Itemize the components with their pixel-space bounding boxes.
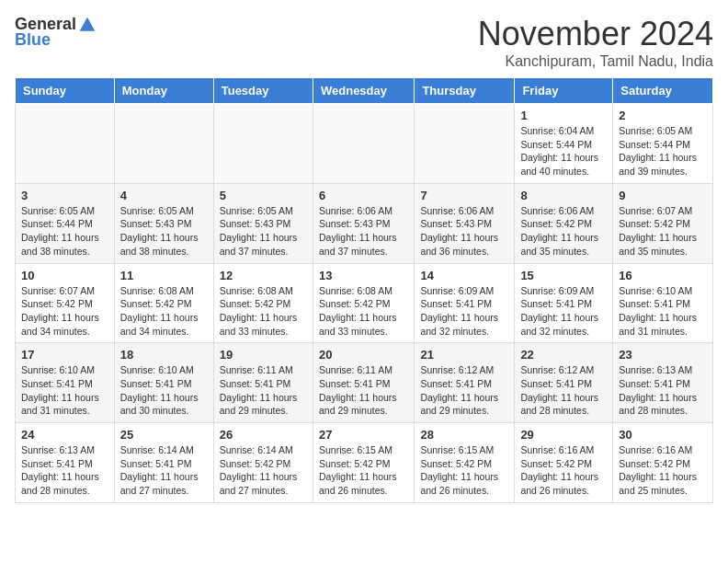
weekday-header-tuesday: Tuesday xyxy=(213,78,313,104)
day-info: Sunrise: 6:15 AMSunset: 5:42 PMDaylight:… xyxy=(420,443,508,498)
calendar-day-cell: 17Sunrise: 6:10 AMSunset: 5:41 PMDayligh… xyxy=(16,343,115,423)
day-number: 2 xyxy=(619,109,707,122)
day-info: Sunrise: 6:05 AMSunset: 5:44 PMDaylight:… xyxy=(21,204,108,259)
day-number: 25 xyxy=(120,428,208,442)
calendar-day-cell: 16Sunrise: 6:10 AMSunset: 5:41 PMDayligh… xyxy=(613,263,713,343)
month-title: November 2024 xyxy=(478,15,713,53)
calendar-table: SundayMondayTuesdayWednesdayThursdayFrid… xyxy=(15,77,713,503)
calendar-day-cell: 18Sunrise: 6:10 AMSunset: 5:41 PMDayligh… xyxy=(114,343,213,423)
calendar-day-cell: 26Sunrise: 6:14 AMSunset: 5:42 PMDayligh… xyxy=(213,423,313,503)
calendar-day-cell: 10Sunrise: 6:07 AMSunset: 5:42 PMDayligh… xyxy=(16,263,115,343)
page-header: General Blue November 2024 Kanchipuram, … xyxy=(15,15,713,70)
calendar-day-cell xyxy=(415,104,515,184)
day-info: Sunrise: 6:13 AMSunset: 5:41 PMDaylight:… xyxy=(21,443,108,498)
calendar-day-cell xyxy=(114,104,213,184)
calendar-day-cell: 14Sunrise: 6:09 AMSunset: 5:41 PMDayligh… xyxy=(415,263,515,343)
day-info: Sunrise: 6:14 AMSunset: 5:41 PMDaylight:… xyxy=(120,443,208,498)
title-section: November 2024 Kanchipuram, Tamil Nadu, I… xyxy=(478,15,713,70)
weekday-header-thursday: Thursday xyxy=(415,78,515,104)
calendar-week-row: 24Sunrise: 6:13 AMSunset: 5:41 PMDayligh… xyxy=(16,423,713,503)
day-info: Sunrise: 6:10 AMSunset: 5:41 PMDaylight:… xyxy=(120,363,208,418)
day-number: 8 xyxy=(520,189,607,202)
calendar-day-cell: 28Sunrise: 6:15 AMSunset: 5:42 PMDayligh… xyxy=(415,423,515,503)
calendar-day-cell: 4Sunrise: 6:05 AMSunset: 5:43 PMDaylight… xyxy=(114,183,213,263)
day-number: 6 xyxy=(319,189,408,202)
day-number: 29 xyxy=(520,428,607,442)
day-number: 24 xyxy=(21,428,108,442)
calendar-week-row: 17Sunrise: 6:10 AMSunset: 5:41 PMDayligh… xyxy=(16,343,713,423)
calendar-day-cell: 8Sunrise: 6:06 AMSunset: 5:42 PMDaylight… xyxy=(515,183,613,263)
calendar-day-cell: 27Sunrise: 6:15 AMSunset: 5:42 PMDayligh… xyxy=(313,423,414,503)
day-info: Sunrise: 6:05 AMSunset: 5:44 PMDaylight:… xyxy=(619,124,707,178)
day-info: Sunrise: 6:10 AMSunset: 5:41 PMDaylight:… xyxy=(21,363,108,418)
day-info: Sunrise: 6:14 AMSunset: 5:42 PMDaylight:… xyxy=(220,443,307,498)
day-number: 26 xyxy=(220,428,307,442)
day-number: 4 xyxy=(120,189,208,202)
calendar-day-cell: 1Sunrise: 6:04 AMSunset: 5:44 PMDaylight… xyxy=(515,104,613,184)
calendar-week-row: 1Sunrise: 6:04 AMSunset: 5:44 PMDaylight… xyxy=(16,104,713,184)
day-number: 5 xyxy=(220,189,307,202)
day-info: Sunrise: 6:12 AMSunset: 5:41 PMDaylight:… xyxy=(520,363,607,418)
day-number: 27 xyxy=(319,428,408,442)
calendar-day-cell: 21Sunrise: 6:12 AMSunset: 5:41 PMDayligh… xyxy=(415,343,515,423)
calendar-day-cell: 13Sunrise: 6:08 AMSunset: 5:42 PMDayligh… xyxy=(313,263,414,343)
weekday-header-monday: Monday xyxy=(114,78,213,104)
calendar-day-cell xyxy=(16,104,115,184)
day-info: Sunrise: 6:07 AMSunset: 5:42 PMDaylight:… xyxy=(619,204,707,259)
day-number: 17 xyxy=(21,348,108,362)
day-number: 30 xyxy=(619,428,707,442)
weekday-header-sunday: Sunday xyxy=(16,78,115,104)
day-info: Sunrise: 6:11 AMSunset: 5:41 PMDaylight:… xyxy=(319,363,408,418)
day-info: Sunrise: 6:06 AMSunset: 5:42 PMDaylight:… xyxy=(520,204,607,259)
day-info: Sunrise: 6:04 AMSunset: 5:44 PMDaylight:… xyxy=(520,124,607,178)
calendar-day-cell: 11Sunrise: 6:08 AMSunset: 5:42 PMDayligh… xyxy=(114,263,213,343)
day-info: Sunrise: 6:05 AMSunset: 5:43 PMDaylight:… xyxy=(220,204,307,259)
calendar-day-cell: 22Sunrise: 6:12 AMSunset: 5:41 PMDayligh… xyxy=(515,343,613,423)
day-info: Sunrise: 6:11 AMSunset: 5:41 PMDaylight:… xyxy=(220,363,307,418)
day-info: Sunrise: 6:09 AMSunset: 5:41 PMDaylight:… xyxy=(520,284,607,339)
location-text: Kanchipuram, Tamil Nadu, India xyxy=(478,53,713,70)
day-number: 28 xyxy=(420,428,508,442)
day-number: 23 xyxy=(619,348,707,362)
day-info: Sunrise: 6:12 AMSunset: 5:41 PMDaylight:… xyxy=(420,363,508,418)
day-info: Sunrise: 6:08 AMSunset: 5:42 PMDaylight:… xyxy=(120,284,208,339)
weekday-header-saturday: Saturday xyxy=(613,78,713,104)
weekday-header-friday: Friday xyxy=(515,78,613,104)
calendar-day-cell: 15Sunrise: 6:09 AMSunset: 5:41 PMDayligh… xyxy=(515,263,613,343)
calendar-header-row: SundayMondayTuesdayWednesdayThursdayFrid… xyxy=(16,78,713,104)
calendar-day-cell xyxy=(213,104,313,184)
day-info: Sunrise: 6:13 AMSunset: 5:41 PMDaylight:… xyxy=(619,363,707,418)
day-number: 3 xyxy=(21,189,108,202)
weekday-header-wednesday: Wednesday xyxy=(313,78,414,104)
calendar-day-cell: 2Sunrise: 6:05 AMSunset: 5:44 PMDaylight… xyxy=(613,104,713,184)
day-info: Sunrise: 6:05 AMSunset: 5:43 PMDaylight:… xyxy=(120,204,208,259)
calendar-day-cell: 20Sunrise: 6:11 AMSunset: 5:41 PMDayligh… xyxy=(313,343,414,423)
calendar-day-cell: 19Sunrise: 6:11 AMSunset: 5:41 PMDayligh… xyxy=(213,343,313,423)
day-info: Sunrise: 6:06 AMSunset: 5:43 PMDaylight:… xyxy=(420,204,508,259)
logo-blue-text: Blue xyxy=(15,30,51,50)
calendar-day-cell: 23Sunrise: 6:13 AMSunset: 5:41 PMDayligh… xyxy=(613,343,713,423)
calendar-day-cell: 12Sunrise: 6:08 AMSunset: 5:42 PMDayligh… xyxy=(213,263,313,343)
calendar-day-cell xyxy=(313,104,414,184)
svg-marker-0 xyxy=(80,17,96,30)
day-info: Sunrise: 6:16 AMSunset: 5:42 PMDaylight:… xyxy=(619,443,707,498)
day-number: 22 xyxy=(520,348,607,362)
day-number: 20 xyxy=(319,348,408,362)
day-info: Sunrise: 6:10 AMSunset: 5:41 PMDaylight:… xyxy=(619,284,707,339)
logo-icon xyxy=(78,16,97,34)
day-number: 9 xyxy=(619,189,707,202)
day-number: 16 xyxy=(619,269,707,282)
calendar-day-cell: 9Sunrise: 6:07 AMSunset: 5:42 PMDaylight… xyxy=(613,183,713,263)
day-number: 11 xyxy=(120,269,208,282)
day-info: Sunrise: 6:16 AMSunset: 5:42 PMDaylight:… xyxy=(520,443,607,498)
calendar-day-cell: 29Sunrise: 6:16 AMSunset: 5:42 PMDayligh… xyxy=(515,423,613,503)
day-number: 10 xyxy=(21,269,108,282)
day-info: Sunrise: 6:08 AMSunset: 5:42 PMDaylight:… xyxy=(220,284,307,339)
day-number: 19 xyxy=(220,348,307,362)
day-number: 18 xyxy=(120,348,208,362)
calendar-day-cell: 25Sunrise: 6:14 AMSunset: 5:41 PMDayligh… xyxy=(114,423,213,503)
calendar-day-cell: 30Sunrise: 6:16 AMSunset: 5:42 PMDayligh… xyxy=(613,423,713,503)
day-number: 21 xyxy=(420,348,508,362)
calendar-week-row: 3Sunrise: 6:05 AMSunset: 5:44 PMDaylight… xyxy=(16,183,713,263)
day-info: Sunrise: 6:08 AMSunset: 5:42 PMDaylight:… xyxy=(319,284,408,339)
